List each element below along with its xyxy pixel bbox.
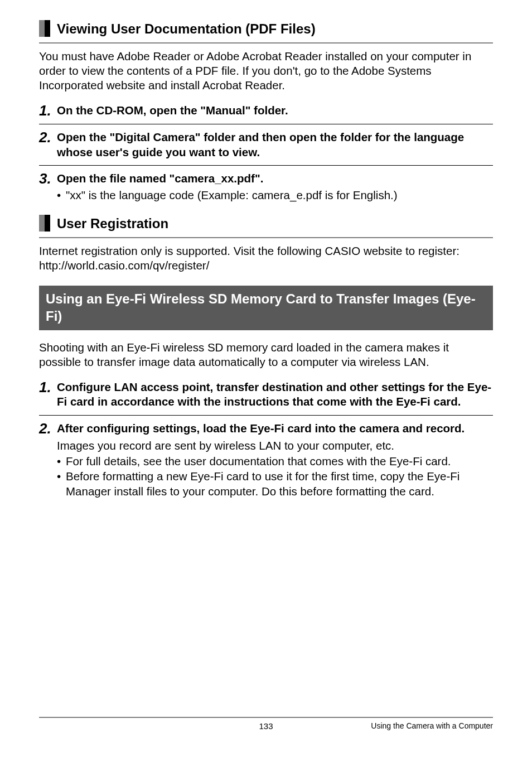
page: Viewing User Documentation (PDF Files) Y…: [0, 0, 532, 757]
eye-fi-bullet-2: • Before formatting a new Eye-Fi card to…: [39, 469, 493, 499]
subheading-user-registration: User Registration: [39, 215, 493, 232]
bullet-text: "xx" is the language code (Example: came…: [66, 188, 493, 203]
banner-eye-fi: Using an Eye-Fi Wireless SD Memory Card …: [39, 286, 493, 330]
eye-fi-step-2-body: Images you record are sent by wireless L…: [39, 438, 493, 453]
heading-bar-gray: [39, 20, 45, 37]
bullet-icon: •: [57, 469, 66, 499]
step-divider: [39, 165, 493, 166]
eye-fi-step-1: 1. Configure LAN access point, transfer …: [39, 380, 493, 409]
chapter-title: Using the Camera with a Computer: [371, 721, 493, 730]
step-number: 1.: [39, 380, 57, 395]
heading-underline: [39, 42, 493, 44]
step-number: 3.: [39, 171, 57, 186]
step-3: 3. Open the file named "camera_xx.pdf".: [39, 171, 493, 186]
registration-paragraph: Internet registration only is supported.…: [39, 244, 493, 273]
subheading-text: Viewing User Documentation (PDF Files): [57, 20, 316, 37]
step-1: 1. On the CD-ROM, open the "Manual" fold…: [39, 103, 493, 118]
step-number: 1.: [39, 103, 57, 118]
heading-bar-black: [45, 215, 50, 232]
step-divider: [39, 415, 493, 416]
bullet-text: For full details, see the user documenta…: [66, 454, 493, 469]
step-body: On the CD-ROM, open the "Manual" folder.: [57, 103, 493, 118]
bullet-icon: •: [57, 454, 66, 469]
registration-url: http://world.casio.com/qv/register/: [39, 259, 209, 272]
intro-paragraph-1: You must have Adobe Reader or Adobe Acro…: [39, 49, 493, 93]
step-body: Configure LAN access point, transfer des…: [57, 380, 493, 409]
bullet-icon: •: [57, 188, 66, 203]
heading-bar-gray: [39, 215, 45, 232]
step-number: 2.: [39, 130, 57, 145]
eye-fi-step-2: 2. After configuring settings, load the …: [39, 421, 493, 436]
registration-line-1: Internet registration only is supported.…: [39, 244, 460, 257]
step-body: After configuring settings, load the Eye…: [57, 421, 493, 436]
step-3-bullet: • "xx" is the language code (Example: ca…: [39, 188, 493, 203]
step-2: 2. Open the "Digital Camera" folder and …: [39, 130, 493, 160]
step-body: Open the "Digital Camera" folder and the…: [57, 130, 493, 160]
step-body: Open the file named "camera_xx.pdf".: [57, 171, 493, 186]
footer-row: 133 Using the Camera with a Computer: [39, 721, 493, 730]
step-divider: [39, 124, 493, 124]
footer-rule: [39, 717, 493, 718]
heading-underline: [39, 237, 493, 238]
bullet-text: Before formatting a new Eye-Fi card to u…: [66, 469, 493, 499]
eye-fi-intro: Shooting with an Eye-Fi wireless SD memo…: [39, 340, 493, 369]
eye-fi-bullet-1: • For full details, see the user documen…: [39, 454, 493, 469]
heading-bar-black: [45, 20, 50, 37]
page-number: 133: [259, 721, 273, 731]
page-footer: 133 Using the Camera with a Computer: [0, 717, 532, 730]
subheading-text: User Registration: [57, 215, 168, 232]
step-number: 2.: [39, 421, 57, 436]
subheading-viewing-docs: Viewing User Documentation (PDF Files): [39, 20, 493, 37]
